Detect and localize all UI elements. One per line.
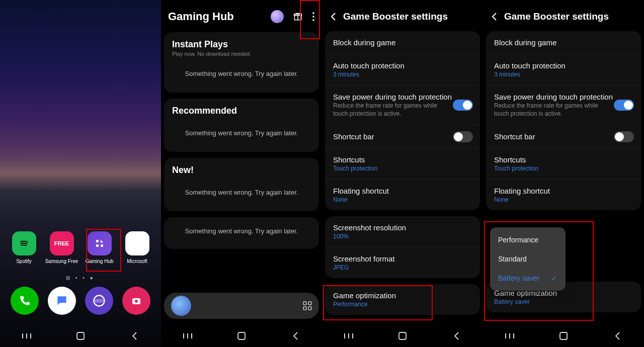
save-power-row[interactable]: Save power during touch protectionReduce… [325,85,480,125]
gift-icon[interactable] [293,12,303,22]
svg-rect-18 [303,302,306,305]
settings-group-1: Block during game Auto touch protection3… [325,31,480,210]
home-button[interactable] [382,329,423,343]
game-booster-settings-panel-2: Game Booster settings Block during game … [483,0,644,347]
screenshot-format-row[interactable]: Screenshot formatJPEG [325,247,480,278]
block-during-game-row[interactable]: Block during game [325,31,480,54]
shortcut-bar-row[interactable]: Shortcut bar [325,125,480,148]
dock [0,287,161,315]
recents-button[interactable] [7,329,47,343]
back-button[interactable] [114,329,154,343]
camera-app-icon[interactable] [122,287,150,315]
svg-rect-21 [308,307,311,310]
svg-rect-25 [238,332,245,339]
settings-group-1: Block during game Auto touch protection3… [486,31,641,210]
settings-group-2: Screenshot resolution100% Screenshot for… [325,216,480,278]
game-thumbnail[interactable] [171,296,191,316]
block-during-game-row[interactable]: Block during game [486,31,641,54]
floating-shortcut-row[interactable]: Floating shortcutNone [486,180,641,210]
section-title: Recommended [172,106,311,116]
free-icon-text: FREE [54,240,69,246]
phone-app-icon[interactable] [11,287,39,315]
gaming-hub-panel: Gaming Hub Instant Plays Play now. No do… [161,0,322,347]
home-screen-panel: Spotify FREE Samsung Free Gaming Hub Mic… [0,0,161,347]
settings-header: Game Booster settings [322,0,483,31]
settings-group-3: Game optimizationPerformance [325,284,480,315]
auto-touch-protection-row[interactable]: Auto touch protection3 minutes [486,54,641,85]
home-button[interactable] [543,329,584,343]
spotify-icon [17,236,31,250]
recents-button[interactable] [168,329,208,343]
app-label: Gaming Hub [85,258,113,264]
app-samsung-free[interactable]: FREE Samsung Free [44,231,79,264]
svg-point-2 [96,244,99,247]
svg-point-7 [135,300,138,303]
error-message: Something went wrong. Try again later. [172,129,311,137]
app-label: Microsoft [127,258,147,264]
app-label: Spotify [16,258,32,264]
page-indicator[interactable]: ⊞ • • ● [0,275,161,281]
app-spotify[interactable]: Spotify [7,231,42,264]
floating-shortcut-row[interactable]: Floating shortcutNone [325,180,480,210]
back-button[interactable] [436,329,476,343]
android-navbar [161,329,322,343]
game-optimization-popup: Performance Standard Battery saver✓ [490,227,566,291]
android-navbar [322,329,483,343]
shortcuts-row[interactable]: ShortcutsTouch protection [325,148,480,180]
profile-avatar[interactable] [271,10,284,23]
app-microsoft[interactable]: Microsoft [120,231,155,264]
app-gaming-hub[interactable]: Gaming Hub [82,231,117,264]
gaming-hub-icon [94,238,105,249]
save-power-toggle[interactable] [453,100,473,111]
browser-app-icon[interactable] [85,287,113,315]
page-title: Game Booster settings [343,11,448,22]
shortcut-bar-toggle[interactable] [614,131,634,142]
svg-point-17 [312,19,314,21]
svg-rect-14 [294,14,302,16]
new-section[interactable]: New! Something went wrong. Try again lat… [164,158,319,211]
game-launcher-bar[interactable] [164,293,319,319]
recommended-section[interactable]: Recommended Something went wrong. Try ag… [164,99,319,152]
svg-rect-20 [303,307,306,310]
android-navbar [0,329,161,343]
section-title: Instant Plays [172,39,311,50]
apps-grid-icon[interactable] [303,301,312,310]
error-message: Something went wrong. Try again later. [172,227,311,235]
svg-point-16 [312,16,314,18]
app-label: Samsung Free [45,258,78,264]
svg-rect-33 [560,332,567,339]
more-icon[interactable] [312,12,315,22]
recents-button[interactable] [490,329,530,343]
save-power-toggle[interactable] [614,100,634,111]
game-optimization-row[interactable]: Game optimizationPerformance [325,284,480,315]
back-button[interactable] [275,329,315,343]
unnamed-section[interactable]: Something went wrong. Try again later. [164,217,319,249]
shortcut-bar-toggle[interactable] [453,131,473,142]
recents-button[interactable] [329,329,369,343]
popup-option-standard[interactable]: Standard [490,249,566,269]
svg-rect-11 [77,332,84,339]
app-row: Spotify FREE Samsung Free Gaming Hub Mic… [0,231,161,264]
back-button[interactable] [597,329,637,343]
messages-app-icon[interactable] [48,287,76,315]
error-message: Something went wrong. Try again later. [172,189,311,196]
back-icon[interactable] [490,12,499,21]
svg-point-1 [96,240,99,243]
svg-rect-29 [399,332,406,339]
back-icon[interactable] [329,12,338,21]
page-title: Game Booster settings [504,11,609,22]
popup-option-battery-saver[interactable]: Battery saver✓ [490,269,566,288]
section-subtitle: Play now. No download needed. [172,51,311,57]
shortcuts-row[interactable]: ShortcutsTouch protection [486,148,641,180]
auto-touch-protection-row[interactable]: Auto touch protection3 minutes [325,54,480,85]
save-power-row[interactable]: Save power during touch protectionReduce… [486,85,641,125]
screenshot-resolution-row[interactable]: Screenshot resolution100% [325,216,480,247]
home-button[interactable] [60,329,101,343]
svg-point-5 [94,299,105,303]
instant-plays-section[interactable]: Instant Plays Play now. No download need… [164,32,319,93]
hub-header: Gaming Hub [161,0,322,32]
shortcut-bar-row[interactable]: Shortcut bar [486,125,641,148]
home-button[interactable] [221,329,262,343]
popup-option-performance[interactable]: Performance [490,230,566,249]
hub-title: Gaming Hub [168,10,234,23]
